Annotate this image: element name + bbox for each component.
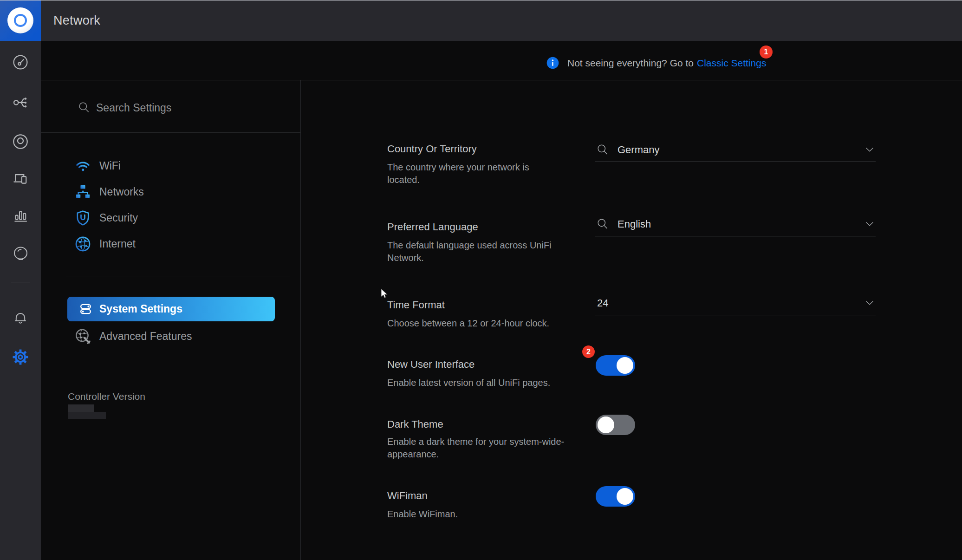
info-icon bbox=[546, 57, 559, 69]
networks-icon bbox=[74, 183, 91, 201]
internet-globe-icon bbox=[74, 235, 91, 253]
page-title: Network bbox=[53, 0, 100, 41]
wifiman-description: Enable WiFiman. bbox=[387, 508, 536, 521]
search-divider bbox=[41, 132, 300, 133]
settings-gear-icon bbox=[12, 348, 29, 366]
notification-message: Not seeing everything? Go to Classic Set… bbox=[567, 57, 766, 70]
search-icon bbox=[596, 217, 609, 230]
chevron-down-icon bbox=[865, 300, 874, 306]
classic-settings-link[interactable]: Classic Settings bbox=[697, 58, 766, 69]
search-settings-input[interactable] bbox=[95, 99, 283, 117]
rail-item-dashboard[interactable] bbox=[0, 54, 41, 71]
rail-item-clients[interactable] bbox=[0, 169, 41, 187]
toggle-knob bbox=[598, 417, 614, 433]
language-description: The default language used across UniFi N… bbox=[387, 239, 569, 264]
window-top-edge bbox=[0, 0, 962, 1]
devices-icon bbox=[12, 133, 29, 150]
unifi-logo[interactable] bbox=[0, 0, 41, 41]
dark-theme-label: Dark Theme bbox=[387, 418, 443, 430]
sidebar-item-label: Internet bbox=[99, 238, 136, 250]
sidebar-item-system-settings[interactable]: System Settings bbox=[67, 297, 275, 321]
security-shield-icon bbox=[74, 209, 91, 227]
country-value: Germany bbox=[618, 144, 659, 156]
rail-item-notifications[interactable] bbox=[0, 310, 41, 326]
chevron-down-icon bbox=[865, 221, 874, 227]
sidebar-item-advanced-features[interactable]: Advanced Features bbox=[74, 328, 192, 345]
country-label: Country Or Territory bbox=[387, 143, 477, 155]
sidebar-item-label: System Settings bbox=[99, 303, 182, 315]
sidebar-item-label: Advanced Features bbox=[99, 330, 192, 343]
toggle-knob bbox=[617, 357, 633, 374]
unifi-ap-disc-icon bbox=[7, 7, 33, 33]
topology-icon bbox=[12, 94, 29, 111]
top-bar bbox=[0, 0, 962, 41]
rail-item-topology[interactable] bbox=[0, 94, 41, 111]
search-icon bbox=[78, 101, 90, 113]
time-format-select[interactable]: 24 bbox=[595, 291, 876, 315]
toggle-knob bbox=[617, 488, 633, 505]
wifi-icon bbox=[74, 157, 91, 175]
language-select[interactable]: English bbox=[595, 212, 876, 236]
clients-icon bbox=[12, 169, 29, 187]
controller-version-redacted bbox=[68, 404, 106, 419]
language-label: Preferred Language bbox=[387, 221, 478, 233]
notification-text: Not seeing everything? Go to bbox=[567, 58, 694, 69]
sidebar-item-internet[interactable]: Internet bbox=[74, 235, 136, 252]
chevron-down-icon bbox=[865, 147, 874, 152]
sidebar-footer-divider bbox=[67, 368, 290, 368]
sidebar-item-security[interactable]: Security bbox=[74, 209, 138, 226]
dark-theme-description: Enable a dark theme for your system-wide… bbox=[387, 436, 582, 461]
controller-version-label: Controller Version bbox=[68, 391, 145, 402]
new-ui-description: Enable latest version of all UniFi pages… bbox=[387, 377, 587, 389]
system-settings-icon bbox=[78, 302, 93, 316]
advanced-features-icon bbox=[74, 328, 91, 345]
rail-item-devices[interactable] bbox=[0, 133, 41, 150]
time-format-description: Choose between a 12 or 24-hour clock. bbox=[387, 317, 582, 330]
notifications-bell-icon bbox=[13, 310, 28, 326]
dashboard-icon bbox=[12, 54, 29, 71]
rail-divider bbox=[11, 282, 30, 282]
country-select[interactable]: Germany bbox=[595, 137, 876, 162]
sidebar-item-wifi[interactable]: WiFi bbox=[74, 157, 121, 174]
panel-divider bbox=[300, 80, 301, 560]
icon-rail bbox=[0, 41, 41, 560]
dark-theme-toggle[interactable] bbox=[596, 415, 635, 435]
search-icon bbox=[596, 143, 609, 156]
time-format-value: 24 bbox=[597, 297, 608, 309]
wifiman-toggle[interactable] bbox=[596, 486, 635, 507]
insights-icon bbox=[13, 246, 29, 262]
unifi-network-settings-screen: Network bbox=[0, 0, 962, 560]
new-user-interface-toggle[interactable] bbox=[596, 355, 635, 376]
wifiman-label: WiFiman bbox=[387, 490, 428, 502]
sidebar-item-networks[interactable]: Networks bbox=[74, 183, 144, 200]
sidebar-item-label: Networks bbox=[99, 186, 144, 198]
classic-settings-badge: 1 bbox=[760, 46, 773, 59]
sidebar-group-divider bbox=[66, 276, 290, 276]
statistics-icon bbox=[13, 208, 29, 224]
rail-item-statistics[interactable] bbox=[0, 208, 41, 224]
sidebar-item-label: WiFi bbox=[99, 160, 121, 172]
mouse-cursor bbox=[381, 288, 389, 299]
new-ui-badge: 2 bbox=[582, 345, 595, 358]
sidebar-item-label: Security bbox=[99, 212, 138, 224]
header-divider bbox=[41, 80, 962, 80]
country-description: The country where your network is locate… bbox=[387, 161, 547, 186]
rail-item-settings[interactable] bbox=[0, 348, 41, 366]
rail-item-insights[interactable] bbox=[0, 246, 41, 262]
time-format-label: Time Format bbox=[387, 299, 445, 311]
new-ui-label: New User Interface bbox=[387, 358, 474, 371]
language-value: English bbox=[618, 218, 651, 230]
